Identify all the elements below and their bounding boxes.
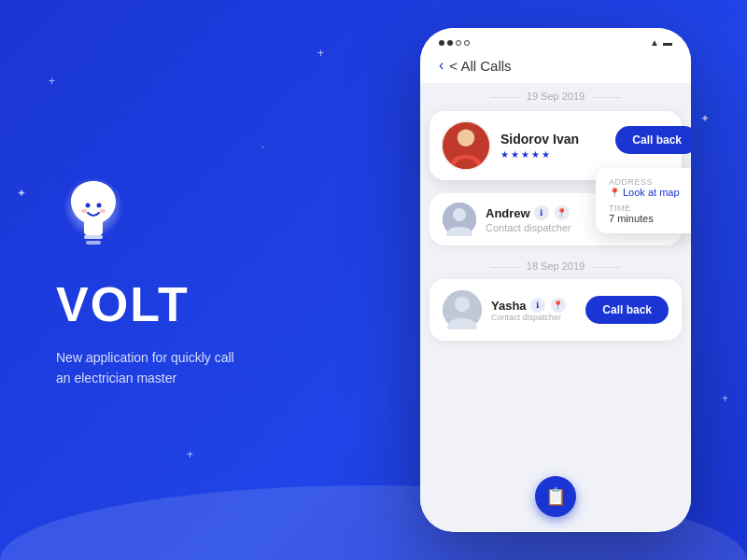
date-divider-1: 19 Sep 2019 — [430, 83, 682, 109]
star2: ★ — [511, 149, 519, 160]
yasha-role: Contact dispatcher — [491, 313, 585, 322]
time-label: Time — [609, 203, 685, 213]
svg-rect-1 — [84, 235, 103, 239]
info-icon: ℹ — [534, 205, 549, 220]
yasha-info: Yasha ℹ 📍 Contact dispatcher — [491, 298, 585, 322]
status-icons: ▲ ▬ — [650, 37, 672, 48]
call-back-button-1[interactable]: Call back — [615, 126, 691, 154]
svg-point-6 — [100, 209, 106, 213]
left-panel: VOLT New application for quickly call an… — [28, 0, 327, 560]
phone-content: 19 Sep 2019 — [420, 83, 691, 531]
yasha-location-icon: 📍 — [551, 298, 566, 313]
svg-rect-2 — [86, 241, 101, 245]
status-bar: ▲ ▬ — [420, 28, 691, 53]
pin-icon: 📍 — [609, 188, 620, 198]
header-title: < All Calls — [449, 58, 511, 74]
dot1 — [439, 40, 444, 46]
phone-wrapper: ▲ ▬ ‹ < All Calls 19 Sep 2019 — [420, 28, 691, 532]
address-label: Address — [609, 177, 685, 187]
svg-point-3 — [86, 203, 91, 207]
svg-point-5 — [81, 209, 87, 213]
dot2 — [447, 40, 453, 46]
yasha-name: Yasha — [491, 299, 527, 313]
location-icon: 📍 — [555, 205, 570, 220]
yasha-info-icon: ℹ — [530, 298, 545, 313]
star-deco7: + — [722, 392, 728, 405]
svg-point-10 — [453, 208, 466, 221]
star-deco2: ✦ — [17, 187, 26, 200]
dot4 — [464, 40, 470, 46]
featured-info: Sidorov Ivan ★ ★ ★ ★ ★ — [500, 132, 579, 160]
yasha-card: Yasha ℹ 📍 Contact dispatcher Call back — [430, 279, 682, 341]
star3: ★ — [521, 149, 529, 160]
phone-frame: ▲ ▬ ‹ < All Calls 19 Sep 2019 — [420, 28, 691, 532]
featured-avatar — [441, 120, 491, 171]
fab-icon: 📋 — [545, 486, 566, 507]
date-divider-2: 18 Sep 2019 — [430, 253, 682, 279]
featured-name: Sidorov Ivan — [500, 132, 579, 147]
logo-container — [56, 172, 131, 254]
bulb-icon — [56, 172, 131, 246]
back-arrow-icon[interactable]: ‹ — [439, 57, 444, 74]
andrew-name: Andrew — [486, 206, 530, 220]
featured-card-container: Sidorov Ivan ★ ★ ★ ★ ★ tcher — [430, 111, 682, 180]
stars-rating: ★ ★ ★ ★ ★ — [500, 149, 579, 160]
battery-icon: ▬ — [663, 37, 672, 48]
svg-point-8 — [458, 129, 475, 147]
svg-point-12 — [455, 297, 470, 312]
andrew-avatar — [443, 203, 476, 236]
detail-popup: Address 📍 Look at map Time 7 minutes — [596, 168, 691, 233]
star4: ★ — [531, 149, 540, 160]
yasha-avatar — [443, 290, 482, 329]
fab-button[interactable]: 📋 — [535, 476, 576, 517]
svg-point-4 — [97, 203, 102, 207]
address-value: 📍 Look at map — [609, 187, 685, 198]
star-deco6: ✦ — [700, 112, 710, 125]
star1: ★ — [500, 149, 509, 160]
status-dots — [439, 40, 470, 46]
wifi-icon: ▲ — [650, 37, 659, 48]
call-back-button-2[interactable]: Call back — [585, 296, 669, 324]
app-description: New application for quickly call an elec… — [56, 347, 234, 389]
time-value: 7 minutes — [609, 213, 685, 224]
app-title: VOLT — [56, 276, 190, 332]
star5: ★ — [542, 149, 550, 160]
dot3 — [456, 40, 461, 46]
phone-header: ‹ < All Calls — [420, 53, 691, 83]
